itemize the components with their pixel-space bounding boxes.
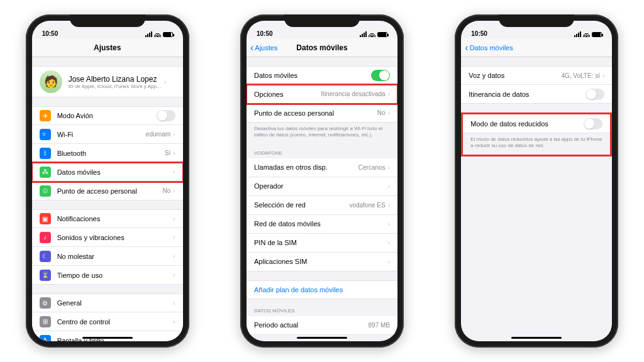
control-icon: ⊞ xyxy=(40,316,51,327)
row-control[interactable]: ⊞ Centro de control › xyxy=(32,312,183,331)
chevron-right-icon: › xyxy=(173,187,175,194)
row-label: Operador xyxy=(254,182,386,190)
chevron-right-icon: › xyxy=(173,318,175,325)
row-cellular-toggle[interactable]: Datos móviles xyxy=(247,66,397,85)
chevron-right-icon: › xyxy=(173,337,175,341)
row-label: Datos móviles xyxy=(254,72,371,79)
profile-text: Jose Alberto Lizana Lopez ID de Apple, i… xyxy=(69,75,162,89)
chevron-right-icon: › xyxy=(173,150,175,156)
clock: 10:50 xyxy=(257,30,273,37)
low-data-toggle[interactable] xyxy=(584,118,602,129)
chevron-right-icon: › xyxy=(173,300,175,307)
row-screentime[interactable]: ⌛ Tiempo de uso › xyxy=(32,266,183,285)
add-plan-group: Añadir plan de datos móviles xyxy=(247,280,397,299)
notch xyxy=(499,14,574,27)
row-sounds[interactable]: ♪ Sonidos y vibraciones › xyxy=(32,228,183,247)
row-label: Aplicaciones SIM xyxy=(254,258,386,265)
row-label: General xyxy=(57,299,171,307)
row-hotspot[interactable]: Punto de acceso personal No › xyxy=(247,104,397,123)
profile-row[interactable]: 🧑 Jose Alberto Lizana Lopez ID de Apple,… xyxy=(32,66,183,97)
row-label: Selección de red xyxy=(254,201,349,209)
back-label: Ajustes xyxy=(255,44,277,52)
battery-icon xyxy=(163,32,173,37)
row-sim-apps[interactable]: Aplicaciones SIM › xyxy=(247,253,397,272)
row-label: Sonidos y vibraciones xyxy=(57,234,171,241)
profile-group: 🧑 Jose Alberto Lizana Lopez ID de Apple,… xyxy=(32,66,183,97)
clock: 10:50 xyxy=(42,30,58,37)
avatar: 🧑 xyxy=(40,70,62,93)
cellular-list[interactable]: Datos móviles Opciones Itinerancia desac… xyxy=(247,57,397,341)
nav-bar: ‹ Datos móviles xyxy=(461,38,612,57)
back-button[interactable]: ‹ Ajustes xyxy=(250,43,277,53)
back-button[interactable]: ‹ Datos móviles xyxy=(465,43,513,53)
row-label: Voz y datos xyxy=(469,72,561,79)
row-label: Modo de datos reducidos xyxy=(470,120,584,128)
status-icons xyxy=(574,31,602,37)
carrier-header: VODAFONE xyxy=(247,150,397,158)
row-carrier[interactable]: Operador › xyxy=(247,177,397,196)
notch xyxy=(70,14,145,27)
sound-icon: ♪ xyxy=(40,232,51,243)
row-detail: Itinerancia desactivada xyxy=(321,90,385,97)
general-icon: ⚙ xyxy=(40,297,51,309)
chevron-right-icon: › xyxy=(173,216,175,222)
home-indicator[interactable] xyxy=(82,337,133,339)
row-sim-pin[interactable]: PIN de la SIM › xyxy=(247,234,397,253)
row-label: PIN de la SIM xyxy=(254,239,386,246)
cellular-footer: Desactiva los datos móviles para restrin… xyxy=(247,123,397,141)
signal-icon xyxy=(145,31,152,37)
row-airplane[interactable]: ✈ Modo Avión xyxy=(32,106,183,125)
settings-list[interactable]: 🧑 Jose Alberto Lizana Lopez ID de Apple,… xyxy=(32,57,183,341)
row-cellular[interactable]: ⁂ Datos móviles › xyxy=(32,163,183,182)
chevron-right-icon: › xyxy=(173,253,175,260)
row-display[interactable]: A Pantalla y brillo › xyxy=(32,331,183,341)
row-low-data[interactable]: Modo de datos reducidos xyxy=(463,114,610,133)
home-indicator[interactable] xyxy=(297,337,347,339)
page-title: Datos móviles xyxy=(296,43,347,52)
notch xyxy=(284,14,360,27)
row-detail: Sí xyxy=(165,150,170,156)
chevron-right-icon: › xyxy=(173,168,175,175)
chevron-right-icon: › xyxy=(388,258,390,265)
row-detail: vodafone ES xyxy=(349,202,385,209)
cellular-toggle[interactable] xyxy=(371,70,390,81)
row-options[interactable]: Opciones Itinerancia desactivada › xyxy=(247,85,397,104)
display-icon: A xyxy=(40,335,51,342)
row-detail: No xyxy=(377,109,386,116)
signal-icon xyxy=(574,31,581,37)
row-hotspot[interactable]: ⦾ Punto de acceso personal No › xyxy=(32,182,183,200)
wifi-status-icon xyxy=(583,32,590,37)
chevron-left-icon: ‹ xyxy=(465,43,468,53)
chevron-right-icon: › xyxy=(388,239,390,246)
airplane-toggle[interactable] xyxy=(157,110,175,121)
row-voice-data[interactable]: Voz y datos 4G, VoLTE: sí › xyxy=(461,66,612,85)
roaming-toggle[interactable] xyxy=(586,89,604,100)
wifi-status-icon xyxy=(369,32,375,37)
row-label: Tiempo de uso xyxy=(57,272,171,279)
chevron-right-icon: › xyxy=(173,131,175,138)
nav-bar: ‹ Ajustes Datos móviles xyxy=(247,38,397,57)
row-calls-other[interactable]: Llamadas en otros disp. Cercanos › xyxy=(247,158,397,177)
row-general[interactable]: ⚙ General › xyxy=(32,293,183,312)
screen-3: 10:50 ‹ Datos móviles Voz y datos 4G, Vo… xyxy=(461,21,612,341)
row-dnd[interactable]: ☾ No molestar › xyxy=(32,247,183,266)
row-detail: 897 MB xyxy=(369,322,390,329)
row-wifi[interactable]: ᯤ Wi-Fi eduroam › xyxy=(32,125,183,144)
home-indicator[interactable] xyxy=(511,337,562,339)
general-group: ⚙ General › ⊞ Centro de control › A Pant… xyxy=(32,293,183,341)
row-roaming[interactable]: Itinerancia de datos xyxy=(461,85,612,104)
clock: 10:50 xyxy=(471,30,487,37)
row-period[interactable]: Periodo actual 897 MB xyxy=(247,316,397,335)
row-network-select[interactable]: Selección de red vodafone ES › xyxy=(247,196,397,215)
voice-group: Voz y datos 4G, VoLTE: sí › Itinerancia … xyxy=(461,66,612,104)
options-list[interactable]: Voz y datos 4G, VoLTE: sí › Itinerancia … xyxy=(461,57,612,341)
row-notifications[interactable]: ▣ Notificaciones › xyxy=(32,209,183,228)
usage-header: DATOS MÓVILES xyxy=(247,308,397,316)
row-data-network[interactable]: Red de datos móviles › xyxy=(247,215,397,234)
row-label: Datos móviles xyxy=(57,168,171,176)
row-bluetooth[interactable]: ᛒ Bluetooth Sí › xyxy=(32,144,183,163)
low-data-group: Modo de datos reducidos El modo de datos… xyxy=(461,112,612,156)
row-label: No molestar xyxy=(57,253,171,260)
phone-frame-3: 10:50 ‹ Datos móviles Voz y datos 4G, Vo… xyxy=(455,14,618,348)
add-plan-button[interactable]: Añadir plan de datos móviles xyxy=(247,280,397,299)
